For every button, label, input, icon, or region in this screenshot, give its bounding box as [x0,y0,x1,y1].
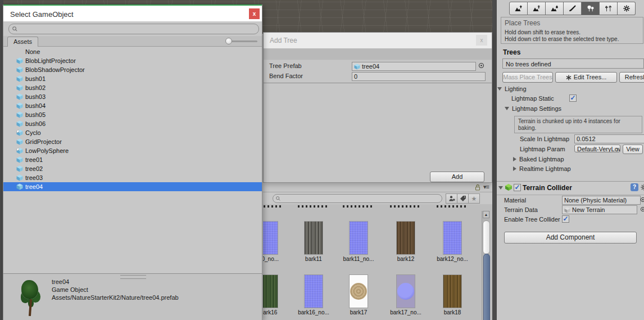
asset-thumbnail [263,221,278,255]
gear-icon[interactable] [640,184,644,191]
list-item[interactable]: GridProjector [3,137,262,146]
refresh-button[interactable]: Refresh [619,72,644,83]
search-by-type-icon[interactable] [446,193,457,204]
bend-factor-field[interactable]: 0 [352,72,486,81]
add-component-button[interactable]: Add Component [504,232,637,244]
place-trees-icon[interactable] [582,2,600,15]
asset-item[interactable]: bark17_no... [383,274,428,316]
close-icon[interactable]: x [249,8,260,19]
terrain-collider-header[interactable]: ✓ Terrain Collider ? [497,182,644,195]
scrollbar-thumb-lower[interactable] [483,254,490,320]
picker-titlebar[interactable]: Select GameObject x [3,6,262,21]
terrain-settings-icon[interactable] [618,2,636,15]
terrain-data-cube-icon [564,207,570,213]
asset-item[interactable]: bark12_no... [430,221,475,262]
lock-icon[interactable] [474,184,481,191]
tree-preview-image [15,279,47,318]
slider-knob[interactable] [225,38,232,44]
lighting-foldout[interactable]: Lighting [497,85,527,92]
list-item[interactable]: LowPolySphere [3,146,262,155]
list-item[interactable]: bush06 [3,119,262,128]
list-item[interactable]: bush01 [3,74,262,83]
list-item[interactable]: Cyclo [3,128,262,137]
help-icon[interactable]: ? [631,183,638,191]
list-item[interactable]: bush02 [3,83,262,92]
asset-item[interactable]: bark11_no... [336,221,381,262]
object-picker-icon[interactable] [478,62,484,69]
lightmap-static-checkbox[interactable]: ✓ [569,94,577,102]
terrain-collider-icon [505,183,513,191]
add-tree-titlebar[interactable]: Add Tree x [264,33,492,49]
list-item[interactable]: bush03 [3,92,262,101]
asset-item[interactable]: 10_no... [263,221,291,262]
edit-trees-button[interactable]: Edit Trees... [555,72,617,83]
paint-height-icon[interactable] [528,2,546,15]
enable-tree-collider-checkbox[interactable]: ✓ [562,215,569,223]
lightmap-parameters-dropdown[interactable]: Default-VeryLow [574,145,620,152]
asset-item[interactable]: bark11 [291,221,336,262]
add-tree-dialog: Add Tree x Tree Prefab tree04 Bend Facto… [263,32,492,183]
asset-item[interactable]: bark16_no... [291,274,336,316]
clipped-asset-label [437,205,468,208]
list-item[interactable]: tree01 [3,155,262,164]
close-icon[interactable]: x [476,35,487,46]
project-toolbar: ★ [263,192,492,205]
list-item[interactable]: BlobLightProjector [3,56,262,65]
vertical-scrollbar[interactable]: ▲ [482,211,490,320]
scroll-up-arrow-icon[interactable]: ▲ [483,211,489,218]
preview-size-slider[interactable] [226,40,257,42]
component-enabled-checkbox[interactable]: ✓ [514,184,521,191]
scale-in-lightmap-field[interactable]: 0.0512 [574,134,644,143]
realtime-lightmap-foldout[interactable]: Realtime Lightmap [513,165,571,172]
picker-search-input[interactable] [8,24,259,34]
terrain-data-field[interactable]: New Terrain [562,205,637,214]
divider [264,83,492,83]
project-search-input[interactable] [273,194,442,203]
asset-item[interactable]: bark12 [383,221,428,262]
asset-thumbnail [396,221,415,255]
material-field[interactable]: None (Physic Material) [562,196,641,205]
label-icon[interactable] [457,193,469,204]
chevron-down-icon [497,87,502,91]
list-item[interactable]: tree03 [3,173,262,182]
material-label: Material [504,197,526,204]
view-button[interactable]: View [623,145,643,154]
mass-place-trees-button[interactable]: Mass Place Trees [502,72,553,83]
list-item[interactable]: BlobShadowProjector [3,65,262,74]
list-item[interactable]: bush05 [3,110,262,119]
prefab-cube-icon [16,84,23,91]
search-icon [275,196,281,201]
picker-tab-row: Assets [3,36,262,47]
component-title: Terrain Collider [523,184,572,192]
resize-handle[interactable] [120,275,146,279]
baked-lightmap-foldout[interactable]: Baked Lightmap [513,156,564,163]
list-item[interactable]: tree02 [3,164,262,173]
chevron-down-icon [505,107,509,110]
list-item[interactable]: None [3,47,262,56]
preview-pane: tree04 Game Object Assets/NatureStarterK… [3,273,262,320]
list-item-selected[interactable]: tree04 [3,182,262,191]
project-tab-strip: ▾≡ [263,183,492,192]
object-picker-icon[interactable] [640,197,644,202]
tree-prefab-field[interactable]: tree04 [352,62,476,71]
asset-item[interactable]: bark18 [430,274,475,316]
paint-texture-icon[interactable] [564,2,582,15]
bend-factor-label: Bend Factor [269,73,303,79]
smooth-height-icon[interactable] [546,2,564,15]
enable-tree-collider-label: Enable Tree Collider [504,216,560,223]
favorites-star-icon[interactable]: ★ [468,193,480,204]
tab-assets[interactable]: Assets [7,37,38,47]
list-item[interactable]: bush04 [3,101,262,110]
prefab-cube-icon [16,120,23,127]
raise-lower-terrain-icon[interactable] [509,2,528,15]
add-button[interactable]: Add [430,172,484,182]
lightmap-settings-foldout[interactable]: Lightmap Settings [505,105,561,112]
prefab-cube-icon [16,66,23,73]
object-picker-icon[interactable] [640,206,644,212]
asset-item[interactable]: bark17 [336,274,381,316]
paint-details-icon[interactable] [600,2,618,15]
menu-icon[interactable]: ▾≡ [483,183,489,191]
inspector-panel: Place Trees Hold down shift to erase tre… [497,0,644,320]
asset-item[interactable]: bark16 [263,274,291,316]
scrollbar-thumb[interactable] [483,220,490,254]
